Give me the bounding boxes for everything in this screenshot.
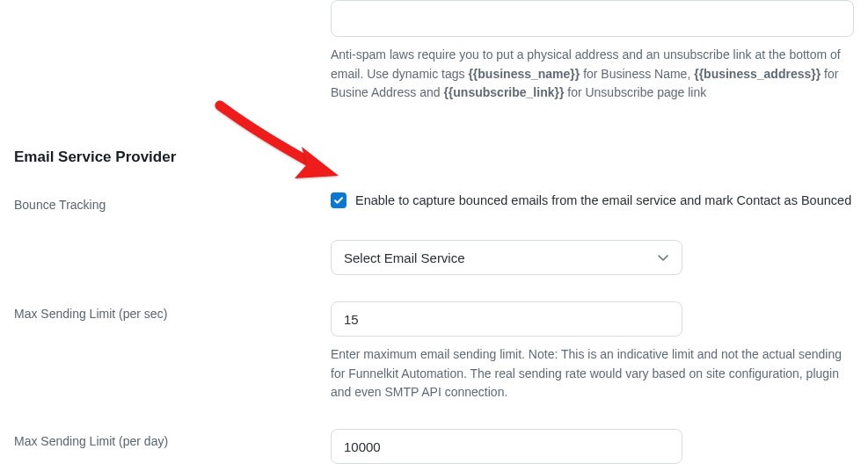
bounce-tracking-label: Bounce Tracking (14, 198, 331, 212)
email-footer-input[interactable] (331, 0, 854, 37)
max-sending-sec-label: Max Sending Limit (per sec) (14, 307, 331, 321)
section-title-email-service-provider: Email Service Provider (14, 149, 331, 166)
max-sending-sec-help: Enter maximum email sending limit. Note:… (331, 345, 854, 402)
email-footer-help: Anti-spam laws require you to put a phys… (331, 46, 854, 103)
email-service-select[interactable]: Select Email Service (331, 240, 682, 275)
max-sending-day-input[interactable] (331, 429, 682, 464)
email-service-select-value: Select Email Service (344, 250, 465, 265)
check-icon (333, 195, 344, 206)
bounce-tracking-checkbox[interactable] (331, 192, 346, 208)
max-sending-sec-input[interactable] (331, 301, 682, 337)
max-sending-day-label: Max Sending Limit (per day) (14, 434, 331, 448)
bounce-tracking-checkbox-label: Enable to capture bounced emails from th… (355, 193, 851, 207)
